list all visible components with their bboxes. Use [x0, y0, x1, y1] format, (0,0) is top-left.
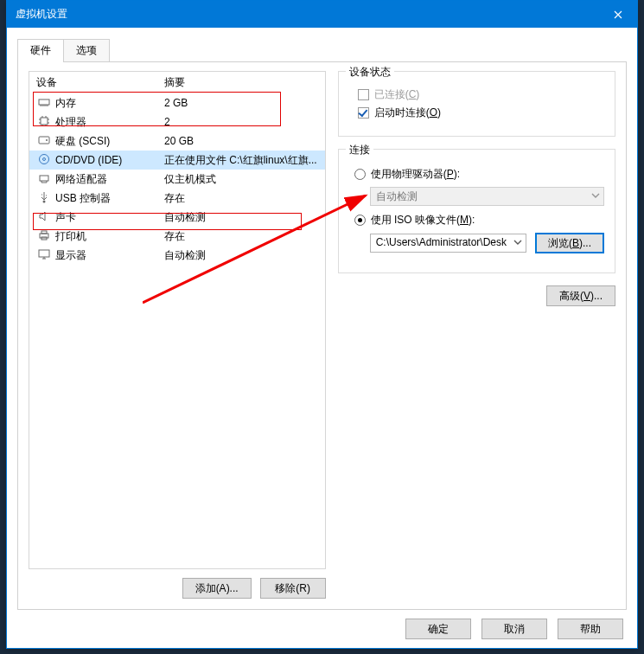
window-title: 虚拟机设置: [16, 7, 598, 22]
right-column: 设备状态 已连接(C) 启动时连接(O) 连接 使用物理驱动器(P):: [338, 71, 615, 599]
poweron-label: 启动时连接(O): [374, 106, 441, 120]
device-table-header: 设备 摘要: [29, 74, 325, 93]
connection-title: 连接: [346, 143, 373, 157]
svg-point-3: [46, 139, 48, 141]
disk-icon: [36, 133, 52, 149]
dialog-footer: 确定 取消 帮助: [17, 610, 627, 639]
tab-content: 设备 摘要 内存 2 GB 处理器 2 硬盘: [17, 61, 627, 610]
titlebar: 虚拟机设置: [7, 1, 637, 28]
remove-device-button[interactable]: 移除(R): [260, 578, 326, 599]
ok-button[interactable]: 确定: [405, 619, 471, 639]
svg-rect-2: [39, 137, 49, 144]
memory-icon: [36, 95, 52, 111]
device-row-cddvd[interactable]: CD/DVD (IDE) 正在使用文件 C:\红旗linux\红旗...: [29, 151, 325, 170]
connected-checkbox-row: 已连接(C): [358, 87, 604, 102]
chevron-down-icon: [591, 190, 600, 202]
tab-options[interactable]: 选项: [63, 39, 110, 62]
dialog-body: 硬件 选项 设备 摘要 内存 2 GB: [7, 28, 637, 648]
svg-point-4: [40, 155, 49, 164]
device-row-cpu[interactable]: 处理器 2: [29, 112, 325, 131]
connected-checkbox: [358, 89, 369, 100]
iso-path-combo[interactable]: C:\Users\Administrator\Desk: [370, 234, 526, 253]
cancel-button[interactable]: 取消: [481, 619, 547, 639]
device-row-sound[interactable]: 声卡 自动检测: [29, 208, 325, 227]
col-device: 设备: [36, 75, 164, 90]
close-icon: [614, 10, 622, 19]
cd-icon: [36, 152, 52, 168]
svg-point-5: [43, 158, 46, 161]
vm-settings-window: 虚拟机设置 硬件 选项 设备 摘要 内存 2 GB: [6, 0, 638, 649]
device-row-usb[interactable]: USB 控制器 存在: [29, 189, 325, 208]
radio-iso-row[interactable]: 使用 ISO 映像文件(M):: [354, 213, 604, 228]
svg-rect-6: [40, 176, 48, 181]
help-button[interactable]: 帮助: [558, 619, 623, 639]
radio-physical-row[interactable]: 使用物理驱动器(P):: [354, 167, 604, 182]
device-status-title: 设备状态: [346, 65, 394, 80]
usb-icon: [36, 190, 52, 206]
device-row-disk[interactable]: 硬盘 (SCSI) 20 GB: [29, 131, 325, 151]
advanced-button[interactable]: 高级(V)...: [546, 285, 615, 306]
svg-rect-1: [41, 118, 48, 125]
svg-rect-11: [39, 250, 49, 257]
device-row-network[interactable]: 网络适配器 仅主机模式: [29, 170, 325, 189]
device-buttons: 添加(A)... 移除(R): [29, 578, 326, 599]
tab-bar: 硬件 选项: [17, 39, 627, 62]
radio-iso[interactable]: [354, 215, 366, 226]
device-status-group: 设备状态 已连接(C) 启动时连接(O): [338, 71, 615, 137]
physical-drive-combo: 自动检测: [370, 187, 604, 206]
browse-button[interactable]: 浏览(B)...: [535, 233, 604, 253]
connected-label: 已连接(C): [374, 87, 420, 102]
radio-iso-label: 使用 ISO 映像文件(M):: [371, 213, 475, 228]
poweron-checkbox-row[interactable]: 启动时连接(O): [358, 106, 604, 120]
svg-rect-0: [39, 99, 49, 105]
sound-icon: [36, 209, 52, 225]
tab-hardware[interactable]: 硬件: [17, 39, 64, 62]
device-row-display[interactable]: 显示器 自动检测: [29, 246, 325, 265]
svg-point-7: [43, 201, 46, 203]
radio-physical[interactable]: [354, 169, 366, 180]
advanced-row: 高级(V)...: [338, 285, 615, 306]
cpu-icon: [36, 114, 52, 130]
device-row-printer[interactable]: 打印机 存在: [29, 227, 325, 246]
poweron-checkbox[interactable]: [358, 107, 369, 119]
connection-group: 连接 使用物理驱动器(P): 自动检测 使用 ISO 映像文件(M):: [338, 149, 615, 273]
col-summary: 摘要: [164, 75, 325, 90]
svg-rect-9: [41, 231, 47, 234]
left-column: 设备 摘要 内存 2 GB 处理器 2 硬盘: [29, 71, 326, 599]
printer-icon: [36, 228, 52, 244]
display-icon: [36, 247, 52, 263]
radio-physical-label: 使用物理驱动器(P):: [371, 167, 460, 182]
add-device-button[interactable]: 添加(A)...: [182, 578, 252, 599]
device-table[interactable]: 设备 摘要 内存 2 GB 处理器 2 硬盘: [29, 71, 326, 569]
chevron-down-icon: [513, 237, 522, 249]
close-button[interactable]: [598, 1, 637, 28]
network-icon: [36, 171, 52, 187]
device-row-memory[interactable]: 内存 2 GB: [29, 93, 325, 112]
